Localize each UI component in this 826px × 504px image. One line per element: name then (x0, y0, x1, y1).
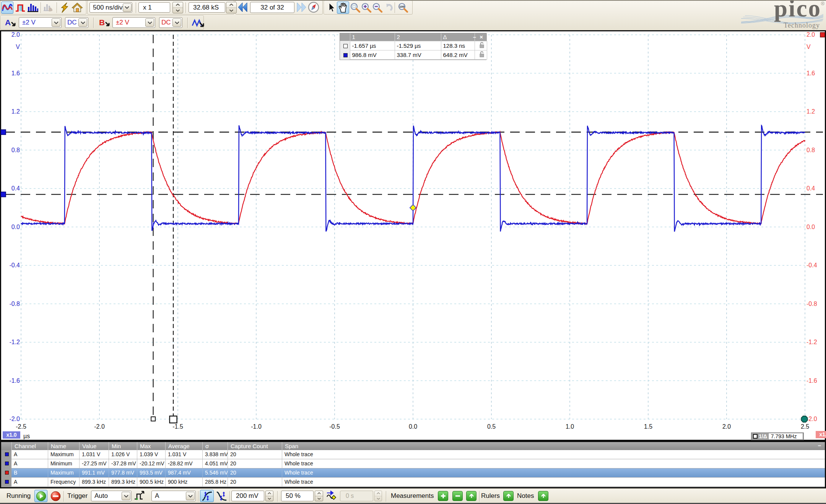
zoom-full-tool-button[interactable]: 100 (397, 2, 409, 14)
header-max[interactable]: Max (137, 442, 151, 450)
channel-color-square (5, 480, 9, 484)
spin-down-button[interactable] (266, 496, 273, 501)
normal-selection-tool-button[interactable] (325, 2, 337, 14)
separator (57, 2, 57, 13)
add-measurement-button[interactable] (438, 491, 448, 501)
home-button[interactable] (71, 2, 83, 14)
measurement-row-b-maximum[interactable]: BMaximum991.1 mV977.8 mV993.5 mV987.4 mV… (11, 468, 825, 478)
trigger-level-spinner[interactable] (265, 491, 273, 501)
header-average[interactable]: Average (165, 442, 190, 450)
spin-up-button[interactable] (226, 2, 236, 8)
ruler-col-2: 2 (395, 33, 441, 41)
pre-trigger-field[interactable]: 50 % (281, 491, 314, 501)
falling-edge-trigger-button[interactable] (215, 490, 228, 502)
sample-count-spinner[interactable] (226, 2, 237, 13)
measurements-collapse-button[interactable]: – (818, 442, 821, 449)
buffer-prev-button[interactable] (237, 1, 249, 13)
zoom-factor-spinner[interactable] (172, 2, 183, 13)
logo-brand-text: pico (774, 0, 821, 23)
header-span[interactable]: Span (282, 442, 298, 450)
header-min[interactable]: Min (109, 442, 121, 450)
channel-a-coupling-select[interactable]: DC (65, 17, 88, 28)
header-name[interactable]: Name (48, 442, 66, 450)
ruler-table-corner (340, 33, 350, 41)
edit-measurement-button[interactable] (466, 491, 476, 501)
trigger-mode-select[interactable]: Auto (91, 491, 132, 501)
buffer-position-field[interactable]: 32 of 32 (250, 2, 294, 13)
header-σ[interactable]: σ (202, 442, 209, 450)
zoom-window-icon (350, 2, 361, 13)
zoom-in-tool-button[interactable] (360, 2, 372, 14)
lock-open-icon[interactable] (479, 42, 485, 48)
channel-b-coupling-select[interactable]: DC (159, 17, 182, 28)
header-capture-count[interactable]: Capture Count (228, 442, 268, 450)
pre-trigger-spinner[interactable] (315, 491, 323, 501)
cell-max: -20.12 mV (137, 459, 164, 468)
trigger-source-dropdown[interactable] (186, 492, 195, 500)
hand-tool-button[interactable] (337, 2, 349, 14)
separator (277, 491, 278, 502)
cell-channel: A (11, 478, 17, 486)
spin-down-button[interactable] (226, 8, 236, 13)
zoom-window-tool-button[interactable] (349, 2, 361, 14)
spin-up-button[interactable] (315, 491, 323, 496)
channel-a-options-icon[interactable] (11, 21, 17, 28)
spin-down-button[interactable] (315, 496, 323, 501)
header-channel[interactable]: Channel (11, 442, 36, 450)
channel-a-coupling-dropdown[interactable] (78, 18, 87, 27)
waveform-options-icon[interactable] (191, 17, 205, 29)
auto-setup-button[interactable] (58, 2, 70, 14)
spin-up-button[interactable] (266, 491, 273, 496)
ruler-box-minimize-button[interactable]: – (473, 33, 476, 41)
lock-open-icon[interactable] (479, 51, 485, 57)
stats-view-button-disabled[interactable] (42, 2, 54, 14)
cell-span: Whole trace (282, 450, 313, 459)
zoom-factor-field[interactable]: x 1 (138, 2, 170, 13)
channel-b-options-icon[interactable] (105, 21, 111, 28)
rulers-button[interactable] (503, 491, 514, 501)
notes-label: Notes (517, 489, 534, 503)
rising-edge-trigger-button[interactable] (200, 490, 214, 502)
undo-zoom-button-disabled[interactable] (382, 2, 395, 14)
scope-view-button[interactable] (1, 2, 13, 14)
header-value[interactable]: Value (79, 442, 96, 450)
post-trigger-delay-button[interactable] (325, 490, 338, 502)
buffer-next-button[interactable] (295, 1, 307, 13)
channel-a-range-dropdown[interactable] (52, 18, 60, 27)
start-capture-button[interactable] (34, 490, 47, 502)
trigger-mode-dropdown[interactable] (122, 492, 130, 500)
spectrum-mode-button[interactable] (27, 2, 39, 14)
spin-down-button[interactable] (173, 8, 183, 13)
channel-b-range-select[interactable]: ±2 V (112, 17, 155, 28)
ruler-box-close-button[interactable]: × (480, 33, 483, 41)
advanced-trigger-button[interactable] (133, 490, 145, 502)
trigger-source-select[interactable]: A (151, 491, 196, 501)
remove-measurement-button[interactable] (452, 491, 463, 501)
measurement-row-a-frequency[interactable]: AFrequency899.3 kHz899.3 kHz900.5 kHz900… (11, 478, 825, 487)
trigger-level-field[interactable]: 200 mV (231, 491, 264, 501)
double-arrow-left-icon (237, 2, 249, 13)
persistence-mode-button[interactable] (15, 2, 27, 14)
channel-a-range-select[interactable]: ±2 V (19, 17, 62, 28)
ruler-values-box[interactable]: 1 2 Δ -1.657 µs -1.529 µs 128.3 ns 986.8… (340, 33, 486, 60)
zoom-out-tool-button[interactable] (371, 2, 384, 14)
pre-trigger-value: 50 % (286, 492, 301, 500)
running-status-label: Running (7, 489, 31, 503)
spin-up-button[interactable] (173, 2, 183, 8)
measurement-row-a-maximum[interactable]: AMaximum1.031 V1.026 V1.039 V1.031 V3.83… (11, 450, 825, 459)
separator (41, 2, 41, 13)
channel-b-range-dropdown[interactable] (145, 18, 154, 27)
stop-capture-button[interactable] (49, 490, 62, 502)
y-axis-unit-left: V (1, 44, 20, 50)
sample-count-field[interactable]: 32.68 kS (189, 2, 225, 13)
time-ruler-1-value: -1.657 µs (350, 41, 395, 50)
timebase-dropdown-button[interactable] (123, 3, 132, 12)
buffer-navigator-button[interactable] (307, 1, 320, 13)
channel-b-coupling-dropdown[interactable] (172, 18, 181, 27)
notes-button[interactable] (538, 491, 548, 501)
measurement-row-a-minimum[interactable]: AMinimum-27.25 mV-37.28 mV-20.12 mV-28.8… (11, 459, 825, 468)
home-icon (72, 2, 83, 13)
timebase-select[interactable]: 500 ns/div (89, 2, 132, 13)
frequency-legend-checkbox[interactable] (753, 434, 758, 439)
scope-plot-area[interactable] (0, 30, 826, 441)
